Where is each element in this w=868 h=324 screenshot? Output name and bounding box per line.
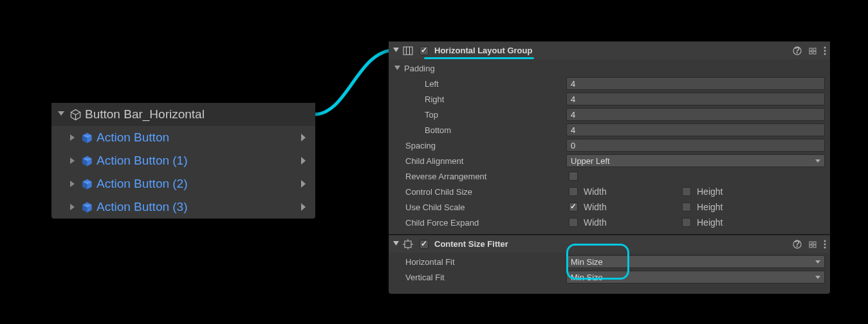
- svg-point-19: [824, 46, 826, 48]
- property-row-spacing: Spacing 0: [389, 138, 830, 153]
- property-label: Padding: [404, 64, 565, 73]
- help-icon[interactable]: ?: [793, 46, 802, 55]
- property-label: Vertical Fit: [405, 273, 566, 282]
- foldout-icon[interactable]: [394, 66, 400, 71]
- property-row-reverse: Reverse Arrangement: [389, 168, 830, 184]
- property-label: Horizontal Fit: [405, 257, 566, 267]
- number-field-spacing[interactable]: 0: [566, 139, 825, 152]
- kebab-menu-icon[interactable]: [824, 240, 826, 249]
- content-size-fitter-icon: [403, 239, 413, 249]
- property-row-bottom: Bottom 4: [389, 122, 830, 138]
- kebab-menu-icon[interactable]: [824, 46, 826, 55]
- svg-point-32: [824, 243, 826, 245]
- svg-point-20: [824, 50, 826, 51]
- component-header-hlg[interactable]: Horizontal Layout Group ?: [389, 41, 830, 59]
- foldout-icon[interactable]: [68, 181, 77, 187]
- checkbox-label: Height: [697, 186, 723, 197]
- property-label: Use Child Scale: [405, 203, 566, 212]
- hierarchy-row-child[interactable]: Action Button (2): [51, 172, 315, 195]
- property-label: Child Force Expand: [405, 218, 566, 228]
- svg-marker-2: [301, 134, 306, 141]
- foldout-icon[interactable]: [392, 48, 399, 53]
- foldout-icon[interactable]: [68, 204, 77, 210]
- hierarchy-item-label: Button Bar_Horizontal: [85, 107, 310, 122]
- property-row-control-child: Control Child Size Width Height: [389, 184, 830, 199]
- foldout-icon[interactable]: [392, 241, 399, 247]
- checkbox-reverse[interactable]: [569, 172, 578, 181]
- property-label: Spacing: [405, 141, 566, 150]
- svg-rect-28: [813, 242, 816, 244]
- svg-point-21: [824, 53, 826, 55]
- open-prefab-icon[interactable]: [297, 180, 310, 188]
- property-label: Top: [425, 110, 566, 120]
- checkbox-expand-width[interactable]: [569, 218, 578, 227]
- property-label: Child Alignment: [405, 156, 566, 166]
- foldout-icon[interactable]: [68, 134, 77, 141]
- svg-marker-7: [70, 204, 75, 210]
- svg-marker-23: [393, 241, 399, 246]
- checkbox-label: Width: [584, 217, 607, 228]
- hierarchy-item-label: Action Button (2): [97, 177, 295, 191]
- hierarchy-row-child[interactable]: Action Button (3): [51, 195, 315, 219]
- checkbox-control-width[interactable]: [569, 187, 578, 196]
- hierarchy-row-child[interactable]: Action Button: [51, 126, 315, 149]
- gameobject-icon: [68, 107, 82, 122]
- annotation-underline: [424, 57, 534, 59]
- svg-marker-5: [70, 181, 75, 187]
- dropdown-child-alignment[interactable]: Upper Left: [566, 154, 825, 167]
- component-enabled-checkbox[interactable]: [420, 46, 429, 55]
- svg-marker-22: [394, 66, 400, 70]
- number-field-left[interactable]: 4: [566, 77, 825, 90]
- component-header-csf[interactable]: Content Size Fitter ?: [389, 235, 830, 253]
- checkbox-label: Width: [584, 186, 607, 197]
- component-enabled-checkbox[interactable]: [420, 240, 429, 249]
- checkbox-label: Height: [697, 217, 723, 228]
- number-field-top[interactable]: 4: [566, 108, 825, 121]
- open-prefab-icon[interactable]: [297, 157, 310, 165]
- svg-rect-16: [813, 48, 816, 51]
- number-field-bottom[interactable]: 4: [566, 123, 825, 136]
- checkbox-scale-width[interactable]: [569, 203, 578, 212]
- property-label: Left: [425, 79, 566, 89]
- open-prefab-icon[interactable]: [297, 134, 310, 141]
- number-field-right[interactable]: 4: [566, 93, 825, 105]
- svg-marker-8: [301, 203, 306, 211]
- svg-text:?: ?: [795, 46, 800, 55]
- svg-rect-24: [405, 241, 411, 248]
- foldout-icon[interactable]: [68, 158, 77, 164]
- dropdown-horizontal-fit[interactable]: Min Size: [566, 255, 825, 268]
- svg-rect-10: [403, 47, 412, 55]
- svg-marker-4: [301, 157, 306, 165]
- foldout-icon[interactable]: [57, 111, 66, 118]
- hierarchy-row-parent[interactable]: Button Bar_Horizontal: [51, 103, 315, 126]
- property-row-right: Right 4: [389, 91, 830, 107]
- property-label: Reverse Arrangement: [405, 172, 566, 181]
- dropdown-vertical-fit[interactable]: Min Size: [566, 271, 825, 284]
- hierarchy-panel: Button Bar_Horizontal Action Button Acti…: [51, 103, 315, 219]
- checkbox-label: Height: [697, 202, 723, 212]
- checkbox-expand-height[interactable]: [682, 218, 691, 227]
- svg-rect-17: [809, 51, 812, 54]
- prefab-icon: [80, 154, 94, 168]
- property-row-top: Top 4: [389, 107, 830, 122]
- svg-marker-1: [70, 134, 75, 141]
- checkbox-scale-height[interactable]: [682, 203, 691, 212]
- layout-group-icon: [403, 46, 413, 56]
- property-row-force-expand: Child Force Expand Width Height: [389, 215, 830, 230]
- svg-rect-27: [809, 242, 812, 244]
- preset-icon[interactable]: [808, 46, 817, 55]
- svg-marker-3: [70, 158, 75, 164]
- prefab-icon: [80, 177, 94, 191]
- checkbox-label: Width: [584, 202, 607, 212]
- help-icon[interactable]: ?: [793, 240, 802, 249]
- hierarchy-row-child[interactable]: Action Button (1): [51, 149, 315, 172]
- open-prefab-icon[interactable]: [297, 203, 310, 211]
- checkbox-control-height[interactable]: [682, 187, 691, 196]
- hierarchy-item-label: Action Button (1): [97, 154, 295, 168]
- property-row-vertical-fit: Vertical Fit Min Size: [389, 269, 830, 285]
- preset-icon[interactable]: [808, 240, 817, 249]
- prefab-icon: [80, 200, 94, 214]
- property-row-use-child-scale: Use Child Scale Width Height: [389, 199, 830, 215]
- component-title: Horizontal Layout Group: [434, 46, 789, 55]
- padding-foldout[interactable]: Padding: [389, 60, 830, 76]
